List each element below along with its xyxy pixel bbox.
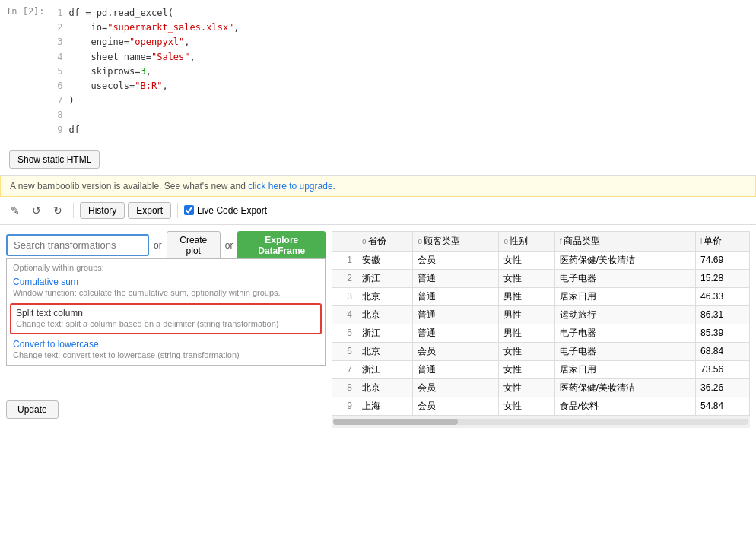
or-label-1: or	[154, 240, 162, 251]
cell-province: 北京	[357, 287, 412, 305]
cell-customer: 会员	[413, 378, 499, 397]
col-header-product[interactable]: f商品类型	[554, 231, 695, 251]
notification-banner: A new bamboolib version is available. Se…	[0, 176, 756, 197]
cell-customer: 普通	[413, 324, 499, 342]
cell-province: 北京	[357, 342, 412, 360]
dropdown-item-lowercase[interactable]: Convert to lowercase Change text: conver…	[7, 336, 325, 364]
undo-button[interactable]: ↺	[27, 201, 46, 220]
dropdown-header: Optionally within groups:	[7, 259, 325, 274]
live-code-export-toggle[interactable]: Live Code Export	[184, 205, 267, 216]
upgrade-link[interactable]: click here to upgrade	[248, 181, 332, 192]
cell-price: 74.69	[696, 251, 750, 269]
code-block: df = pd.read_excel( io="supermarkt_sales…	[69, 6, 756, 138]
table-header-row: o省份 o顾客类型 o性别 f商品类型 i单价	[332, 231, 750, 251]
cell-customer: 会员	[413, 342, 499, 360]
toolbar-divider2	[177, 203, 178, 218]
cell-price: 46.33	[696, 287, 750, 305]
dropdown-item-split-text[interactable]: Split text column Change text: split a c…	[10, 303, 322, 334]
table-row: 2 浙江 普通 女性 电子电器 15.28	[332, 269, 750, 287]
cell-province: 浙江	[357, 324, 412, 342]
cell-product: 电子电器	[554, 324, 695, 342]
cell-customer: 普通	[413, 305, 499, 324]
cell-gender: 女性	[499, 342, 554, 360]
horizontal-scrollbar[interactable]	[332, 416, 750, 428]
update-button[interactable]: Update	[6, 400, 59, 419]
cell-customer: 普通	[413, 360, 499, 378]
cell-gender: 男性	[499, 324, 554, 342]
table-row: 6 北京 会员 女性 电子电器 68.84	[332, 342, 750, 360]
create-plot-button[interactable]: Create plot	[167, 231, 221, 260]
cell-gender: 女性	[499, 251, 554, 269]
show-static-button[interactable]: Show static HTML	[9, 150, 100, 169]
cell-product: 居家日用	[554, 360, 695, 378]
lowercase-title: Convert to lowercase	[13, 339, 319, 350]
cumulative-sum-title: Cumulative sum	[13, 277, 319, 287]
cell-gender: 男性	[499, 287, 554, 305]
row-num: 8	[332, 378, 357, 397]
export-button[interactable]: Export	[128, 202, 171, 219]
scroll-thumb[interactable]	[333, 419, 458, 425]
cell-gender: 女性	[499, 360, 554, 378]
redo-button[interactable]: ↻	[49, 201, 67, 220]
cell-customer: 会员	[413, 251, 499, 269]
toolbar: ✎ ↺ ↻ History Export Live Code Export	[0, 197, 756, 225]
table-row: 1 安徽 会员 女性 医药保健/美妆清洁 74.69	[332, 251, 750, 269]
cell-province: 北京	[357, 305, 412, 324]
cell-label: In [2]:	[0, 6, 51, 17]
table-row: 7 浙江 普通 女性 居家日用 73.56	[332, 360, 750, 378]
cell-customer: 普通	[413, 269, 499, 287]
cell-gender: 女性	[499, 378, 554, 397]
static-btn-area: Show static HTML	[0, 144, 756, 176]
cell-customer: 普通	[413, 287, 499, 305]
lowercase-desc: Change text: convert text to lowercase (…	[13, 350, 319, 361]
scroll-track[interactable]	[333, 419, 748, 425]
live-code-checkbox[interactable]	[184, 205, 194, 215]
code-cell: In [2]: 123456789 df = pd.read_excel( io…	[0, 0, 756, 144]
cell-province: 北京	[357, 378, 412, 397]
cell-gender: 男性	[499, 305, 554, 324]
notification-text: A new bamboolib version is available. Se…	[10, 181, 335, 192]
or-label-2: or	[225, 240, 233, 251]
cell-province: 浙江	[357, 269, 412, 287]
row-num: 3	[332, 287, 357, 305]
live-code-label: Live Code Export	[197, 205, 267, 216]
explore-dataframe-button[interactable]: Explore DataFrame	[237, 231, 326, 260]
cell-province: 安徽	[357, 251, 412, 269]
search-row: or Create plot or Explore DataFrame	[6, 231, 326, 260]
update-row: Update	[6, 400, 326, 419]
cell-product: 电子电器	[554, 342, 695, 360]
row-num: 2	[332, 269, 357, 287]
table-row: 4 北京 普通 男性 运动旅行 86.31	[332, 305, 750, 324]
search-input[interactable]	[6, 234, 149, 256]
cell-price: 54.84	[696, 397, 750, 415]
cell-product: 医药保健/美妆清洁	[554, 378, 695, 397]
data-table: o省份 o顾客类型 o性别 f商品类型 i单价 1 安徽 会员 女性 医药保健/…	[332, 231, 750, 416]
row-num: 1	[332, 251, 357, 269]
cumulative-sum-desc: Window function: calculate the cumulativ…	[13, 287, 319, 299]
cell-gender: 女性	[499, 269, 554, 287]
edit-icon[interactable]: ✎	[6, 201, 24, 220]
cell-price: 73.56	[696, 360, 750, 378]
row-num: 6	[332, 342, 357, 360]
row-num: 7	[332, 360, 357, 378]
col-header-customer[interactable]: o顾客类型	[413, 231, 499, 251]
cell-product: 食品/饮料	[554, 397, 695, 415]
cell-customer: 会员	[413, 397, 499, 415]
history-button[interactable]: History	[80, 202, 125, 219]
table-area: o省份 o顾客类型 o性别 f商品类型 i单价 1 安徽 会员 女性 医药保健/…	[332, 231, 750, 428]
cell-product: 医药保健/美妆清洁	[554, 251, 695, 269]
col-header-price[interactable]: i单价	[696, 231, 750, 251]
dropdown-item-cumulative-sum[interactable]: Cumulative sum Window function: calculat…	[7, 274, 325, 302]
cell-price: 68.84	[696, 342, 750, 360]
col-header-province[interactable]: o省份	[357, 231, 412, 251]
transform-dropdown: Optionally within groups: Cumulative sum…	[6, 258, 326, 366]
row-num: 9	[332, 397, 357, 415]
col-header-gender[interactable]: o性别	[499, 231, 554, 251]
cell-price: 86.31	[696, 305, 750, 324]
row-num: 5	[332, 324, 357, 342]
cell-province: 浙江	[357, 360, 412, 378]
table-row: 5 浙江 普通 男性 电子电器 85.39	[332, 324, 750, 342]
cell-product: 运动旅行	[554, 305, 695, 324]
table-row: 8 北京 会员 女性 医药保健/美妆清洁 36.26	[332, 378, 750, 397]
cell-product: 居家日用	[554, 287, 695, 305]
